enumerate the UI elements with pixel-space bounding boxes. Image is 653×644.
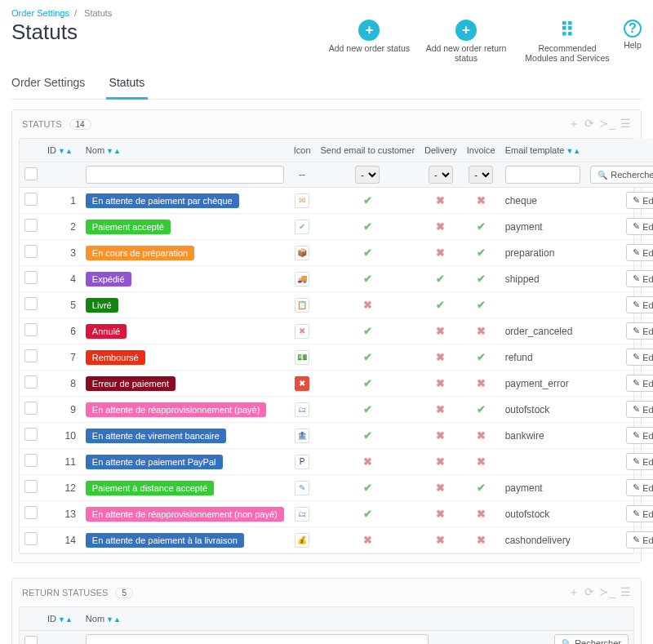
template-cell: outofstock xyxy=(500,397,586,423)
table-row[interactable]: 4Expédié🚚✔✔✔shippedEdit xyxy=(20,266,653,292)
export-icon[interactable]: ☰ xyxy=(620,585,631,600)
row-id: 8 xyxy=(42,371,81,397)
cross-icon: ✖ xyxy=(363,455,372,468)
breadcrumb-parent[interactable]: Order Settings xyxy=(11,8,69,18)
add-icon[interactable]: ＋ xyxy=(568,585,580,600)
table-row[interactable]: 5Livré📋✖✔✔Edit xyxy=(20,292,653,318)
table-row[interactable]: 13En attente de réapprovisionnement (non… xyxy=(20,501,653,527)
row-checkbox[interactable] xyxy=(24,402,38,415)
template-cell: payment xyxy=(500,214,586,240)
table-row[interactable]: 11En attente de paiement PayPalP✖✖✖Edit xyxy=(20,449,653,475)
table-row[interactable]: 3En cours de préparation📦✔✖✔preparationE… xyxy=(20,240,653,266)
add-order-status-button[interactable]: + Add new order status xyxy=(329,20,410,63)
row-checkbox[interactable] xyxy=(24,219,38,232)
check-icon: ✔ xyxy=(477,220,486,233)
edit-button[interactable]: Edit xyxy=(626,427,653,444)
invoice-cell: ✔ xyxy=(462,214,500,240)
tab-order-settings[interactable]: Order Settings xyxy=(11,69,95,97)
table-row[interactable]: 9En attente de réapprovisionnement (payé… xyxy=(20,397,653,423)
add-return-status-button[interactable]: + Add new order return status xyxy=(421,20,511,63)
cross-icon: ✖ xyxy=(436,534,445,546)
edit-button[interactable]: Edit xyxy=(626,479,653,496)
select-all-return-checkbox[interactable] xyxy=(24,636,38,645)
edit-button[interactable]: Edit xyxy=(626,531,653,549)
template-cell: bankwire xyxy=(500,423,586,449)
edit-button[interactable]: Edit xyxy=(626,375,653,392)
help-icon: ? xyxy=(624,20,642,38)
table-row[interactable]: 7Remboursé💵✔✖✔refundEdit xyxy=(20,344,653,371)
invoice-cell: ✖ xyxy=(462,527,500,553)
export-icon[interactable]: ☰ xyxy=(620,117,631,131)
edit-button[interactable]: Edit xyxy=(626,296,653,313)
edit-button[interactable]: Edit xyxy=(626,453,653,470)
email-cell: ✖ xyxy=(316,449,420,475)
tab-statuts[interactable]: Statuts xyxy=(106,69,149,100)
row-checkbox[interactable] xyxy=(24,193,38,206)
table-row[interactable]: 2Paiement accepté✔✔✖✔paymentEdit xyxy=(20,214,653,240)
cross-icon: ✖ xyxy=(477,534,486,546)
sql-icon[interactable]: ≻_ xyxy=(599,117,615,131)
sort-return-id[interactable]: ▼▲ xyxy=(58,615,73,624)
filter-template-input[interactable] xyxy=(505,166,581,184)
status-badge: Erreur de paiement xyxy=(86,376,175,391)
row-checkbox[interactable] xyxy=(24,297,38,310)
row-checkbox[interactable] xyxy=(24,454,38,467)
edit-button[interactable]: Edit xyxy=(626,270,653,287)
search-return-button[interactable]: Rechercher xyxy=(554,634,629,644)
help-button[interactable]: ? Help xyxy=(624,20,642,63)
row-checkbox[interactable] xyxy=(24,349,38,362)
edit-button[interactable]: Edit xyxy=(626,322,653,340)
status-badge: Livré xyxy=(86,298,118,313)
select-all-checkbox[interactable] xyxy=(24,167,38,180)
table-row[interactable]: 8Erreur de paiement✖✔✖✖payment_errorEdit xyxy=(20,371,653,397)
puzzle-icon: ⠿ xyxy=(557,20,578,41)
row-checkbox[interactable] xyxy=(24,271,38,284)
check-icon: ✔ xyxy=(477,299,486,311)
table-row[interactable]: 1En attente de paiement par chèque✉✔✖✖ch… xyxy=(20,188,653,214)
edit-button[interactable]: Edit xyxy=(626,218,653,235)
cross-icon: ✖ xyxy=(436,508,445,520)
sort-id[interactable]: ▼▲ xyxy=(58,147,73,155)
edit-button[interactable]: Edit xyxy=(626,244,653,261)
refresh-icon[interactable]: ⟳ xyxy=(584,585,594,600)
filter-nom-input[interactable] xyxy=(86,166,284,184)
search-button[interactable]: Rechercher xyxy=(590,166,653,184)
row-checkbox[interactable] xyxy=(24,375,38,389)
cross-icon: ✖ xyxy=(477,429,486,442)
row-checkbox[interactable] xyxy=(24,245,38,258)
status-icon: 🚚 xyxy=(295,272,309,286)
recommended-modules-button[interactable]: ⠿ Recommended Modules and Services xyxy=(522,20,612,63)
table-row[interactable]: 6Annulé✖✔✖✖order_canceledEdit xyxy=(20,318,653,344)
check-icon: ✔ xyxy=(363,273,372,285)
filter-email-select[interactable]: - xyxy=(355,166,380,184)
refresh-icon[interactable]: ⟳ xyxy=(584,117,594,131)
filter-invoice-select[interactable]: - xyxy=(469,166,493,184)
table-row[interactable]: 12Paiement à distance accepté✎✔✖✔payment… xyxy=(20,475,653,501)
add-icon[interactable]: ＋ xyxy=(568,117,580,131)
status-icon: P xyxy=(295,455,309,469)
edit-button[interactable]: Edit xyxy=(626,349,653,366)
template-cell: shipped xyxy=(500,266,586,292)
edit-button[interactable]: Edit xyxy=(626,192,653,209)
sort-return-nom[interactable]: ▼▲ xyxy=(106,615,121,624)
cross-icon: ✖ xyxy=(477,455,486,468)
check-icon: ✔ xyxy=(363,194,372,207)
status-icon: 💰 xyxy=(295,533,309,548)
sort-template[interactable]: ▼▲ xyxy=(566,147,580,155)
check-icon: ✔ xyxy=(363,351,372,363)
breadcrumb: Order Settings / Statuts xyxy=(11,8,642,18)
sql-icon[interactable]: ≻_ xyxy=(599,585,615,600)
row-checkbox[interactable] xyxy=(24,480,38,493)
filter-return-nom-input[interactable] xyxy=(86,634,429,644)
row-checkbox[interactable] xyxy=(24,323,38,336)
table-row[interactable]: 10En attente de virement bancaire🏦✔✖✖ban… xyxy=(20,423,653,449)
row-checkbox[interactable] xyxy=(24,532,38,545)
table-row[interactable]: 14En attente de paiement à la livraison💰… xyxy=(20,527,653,553)
filter-delivery-select[interactable]: - xyxy=(429,166,453,184)
row-checkbox[interactable] xyxy=(24,506,38,519)
edit-button[interactable]: Edit xyxy=(626,505,653,522)
sort-nom[interactable]: ▼▲ xyxy=(106,147,121,155)
row-checkbox[interactable] xyxy=(24,428,38,441)
template-cell: refund xyxy=(500,344,586,371)
edit-button[interactable]: Edit xyxy=(626,401,653,418)
